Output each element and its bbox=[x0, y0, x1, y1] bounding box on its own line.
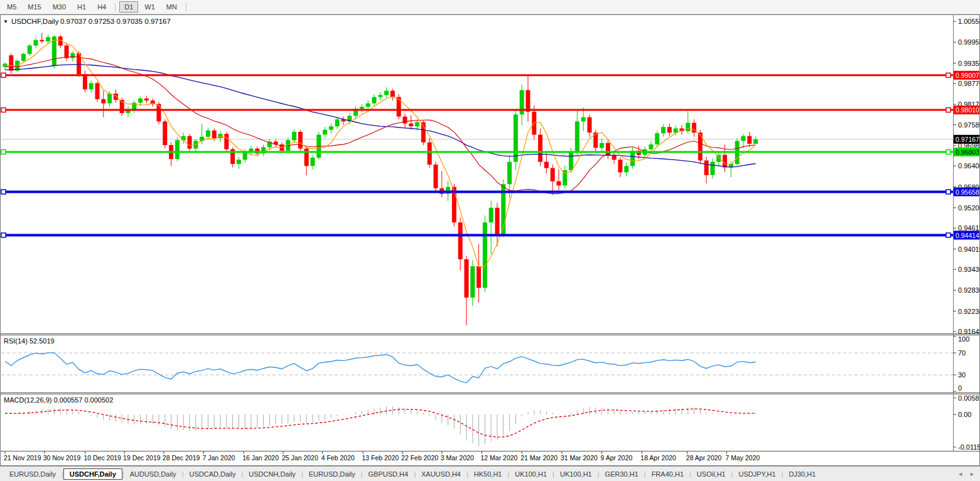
svg-text:0.91645: 0.91645 bbox=[958, 328, 980, 335]
chart-title-symbol: USDCHF,Daily bbox=[11, 18, 59, 25]
toolbar-separator bbox=[115, 3, 116, 12]
svg-text:0.99007: 0.99007 bbox=[956, 72, 979, 79]
svg-text:30: 30 bbox=[958, 371, 966, 379]
date-label: 13 Feb 2020 bbox=[362, 454, 399, 462]
date-label: 19 Dec 2019 bbox=[123, 454, 161, 462]
svg-text:0.92830: 0.92830 bbox=[958, 286, 980, 294]
date-label: 7 May 2020 bbox=[726, 454, 760, 462]
date-label: 21 Mar 2020 bbox=[520, 454, 557, 462]
timeframe-button-m30[interactable]: M30 bbox=[48, 1, 71, 13]
timeframe-button-h4[interactable]: H4 bbox=[92, 1, 111, 13]
tab-dj30-h1[interactable]: DJ30,H1 bbox=[783, 468, 822, 480]
tab-hk50-h1[interactable]: HK50,H1 bbox=[468, 468, 508, 480]
tab-eurusd-daily[interactable]: EURUSD,Daily bbox=[4, 468, 62, 480]
tab-uk100-h1[interactable]: UK100,H1 bbox=[554, 468, 598, 480]
chart-title-ohlc: 0.97037 0.97253 0.97035 0.97167 bbox=[60, 18, 171, 25]
timeframe-button-w1[interactable]: W1 bbox=[139, 1, 160, 13]
tab-usdchf-daily[interactable]: USDCHF,Daily bbox=[63, 468, 122, 480]
svg-text:0.98010: 0.98010 bbox=[956, 106, 979, 114]
svg-text:0.97585: 0.97585 bbox=[958, 121, 980, 129]
date-label: 18 Apr 2020 bbox=[640, 454, 676, 462]
svg-text:0.97167: 0.97167 bbox=[956, 136, 979, 143]
date-label: 3 Mar 2020 bbox=[441, 454, 474, 462]
date-label: 31 Mar 2020 bbox=[561, 454, 598, 462]
timeframe-button-m5[interactable]: M5 bbox=[2, 1, 21, 13]
tab-usdjpy-h1[interactable]: USDJPY,H1 bbox=[733, 468, 782, 480]
tab-usoil-h1[interactable]: USOil,H1 bbox=[691, 468, 731, 480]
svg-text:0.92230: 0.92230 bbox=[958, 308, 980, 315]
tab-ger30-h1[interactable]: GER30,H1 bbox=[600, 468, 644, 480]
timeframe-button-mn[interactable]: MN bbox=[161, 1, 182, 13]
svg-text:100: 100 bbox=[958, 335, 969, 343]
svg-text:0.94414: 0.94414 bbox=[956, 232, 979, 239]
tab-usdcad-daily[interactable]: USDCAD,Daily bbox=[183, 468, 241, 480]
date-label: 22 Feb 2020 bbox=[401, 454, 438, 462]
svg-text:0.93430: 0.93430 bbox=[958, 266, 980, 273]
svg-text:0.96400: 0.96400 bbox=[958, 162, 980, 170]
date-label: 30 Nov 2019 bbox=[43, 454, 81, 462]
svg-text:0.99955: 0.99955 bbox=[958, 38, 980, 46]
svg-text:0.005818: 0.005818 bbox=[958, 394, 980, 402]
collapse-arrow-icon[interactable]: ▼ bbox=[3, 19, 8, 24]
toolbar-separator bbox=[186, 3, 186, 12]
svg-text:0.94015: 0.94015 bbox=[958, 246, 980, 253]
date-label: 4 Feb 2020 bbox=[321, 454, 355, 462]
tab-usdcnh-daily[interactable]: USDCNH,Daily bbox=[243, 468, 301, 480]
date-label: 12 Mar 2020 bbox=[481, 454, 518, 462]
macd-indicator-label: MACD(12,26,9) 0.000557 0.000502 bbox=[4, 396, 113, 404]
tab-fra40-h1[interactable]: FRA40,H1 bbox=[646, 468, 689, 480]
svg-text:70: 70 bbox=[958, 349, 966, 357]
timeframe-button-h1[interactable]: H1 bbox=[72, 1, 91, 13]
tab-xauusd-h4[interactable]: XAUUSD,H4 bbox=[416, 468, 466, 480]
svg-text:0.95200: 0.95200 bbox=[958, 204, 980, 212]
date-label: 16 Jan 2020 bbox=[242, 454, 279, 462]
tab-gbpusd-h4[interactable]: GBPUSD,H4 bbox=[363, 468, 414, 480]
date-label: 10 Dec 2019 bbox=[83, 454, 121, 462]
svg-text:-0.011514: -0.011514 bbox=[958, 443, 980, 451]
svg-text:0: 0 bbox=[958, 384, 962, 392]
date-label: 9 Apr 2020 bbox=[601, 454, 633, 462]
svg-text:0.98770: 0.98770 bbox=[958, 80, 980, 87]
timeframe-button-m15[interactable]: M15 bbox=[23, 1, 46, 13]
tab-scroll-left-icon[interactable]: ◄ bbox=[957, 471, 963, 477]
tab-eurusd-daily[interactable]: EURUSD,Daily bbox=[303, 468, 361, 480]
date-label: 25 Jan 2020 bbox=[282, 454, 318, 462]
svg-text:0.96803: 0.96803 bbox=[956, 148, 979, 156]
tab-audusd-daily[interactable]: AUDUSD,Daily bbox=[124, 468, 182, 480]
date-label: 21 Nov 2019 bbox=[4, 454, 41, 462]
svg-text:1.00555: 1.00555 bbox=[958, 18, 980, 25]
date-label: 7 Jan 2020 bbox=[203, 454, 235, 462]
timeframe-toolbar: M5M15M30H1H4D1W1MN bbox=[0, 0, 980, 14]
svg-text:0.99355: 0.99355 bbox=[958, 60, 980, 67]
date-label: 28 Apr 2020 bbox=[686, 454, 722, 462]
timeframe-button-d1[interactable]: D1 bbox=[119, 1, 138, 13]
chart-area[interactable]: 1.005550.999550.993550.987700.981700.975… bbox=[0, 14, 980, 466]
chart-tabbar: EURUSD,Daily|USDCHF,Daily|AUDUSD,Daily|U… bbox=[0, 466, 980, 481]
rsi-indicator-label: RSI(14) 52.5019 bbox=[4, 337, 55, 345]
svg-text:0.95658: 0.95658 bbox=[956, 188, 979, 196]
tab-scroll-right-icon[interactable]: ► bbox=[969, 471, 975, 477]
tab-scroll-arrows: ◄ ► bbox=[957, 467, 975, 481]
date-label: 28 Dec 2019 bbox=[163, 454, 200, 462]
tab-uk100-h1[interactable]: UK100,H1 bbox=[509, 468, 552, 480]
svg-text:0.00: 0.00 bbox=[958, 411, 971, 418]
